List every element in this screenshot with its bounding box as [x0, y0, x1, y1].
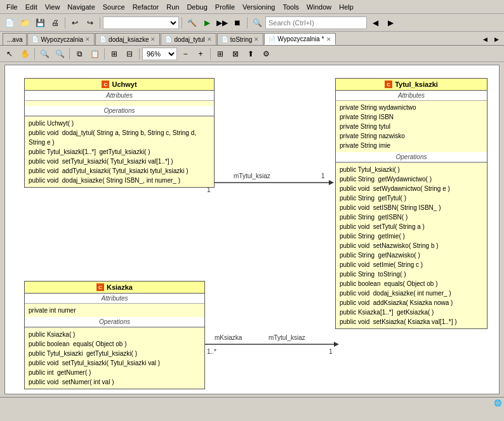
zoom-plus[interactable]: +	[194, 47, 208, 61]
menu-navigate[interactable]: Navigate	[63, 3, 98, 11]
sep3	[182, 17, 182, 29]
file-dropdown[interactable]	[103, 16, 179, 29]
menu-refactor[interactable]: Refactor	[129, 3, 163, 11]
tytul-op-12: public boolean equals( Object ob )	[340, 279, 483, 288]
sep1	[65, 17, 65, 29]
zoom-select[interactable]: 96%	[142, 48, 177, 60]
menu-tools[interactable]: Tools	[279, 3, 303, 11]
ksiazka-icon: C	[96, 283, 104, 291]
grid-btn[interactable]: ⊞	[107, 47, 121, 61]
export-btn[interactable]: ⬆	[244, 47, 258, 61]
open-button[interactable]: 📁	[18, 16, 32, 30]
tytul-header: C Tytul_ksiazki	[336, 79, 487, 91]
ksiazka-operations-label: Operations	[25, 317, 204, 327]
ksiazka-attributes-body: private int numer	[25, 304, 204, 317]
status-icon: 🌐	[494, 399, 501, 406]
copy-btn[interactable]: ⧉	[72, 47, 86, 61]
paste-btn[interactable]: 📋	[88, 47, 102, 61]
tab-tostring-label: toString	[230, 36, 252, 43]
debug-run-button[interactable]: ▶▶	[215, 16, 229, 30]
stop-button[interactable]: ⏹	[230, 16, 244, 30]
menu-edit[interactable]: Edit	[22, 3, 41, 11]
sep9	[210, 48, 211, 60]
ksiazka-op-2: public Tytul_ksiazki getTytul_ksiazki( )	[29, 349, 201, 358]
align-btn[interactable]: ⊟	[123, 47, 136, 61]
menu-help[interactable]: Help	[335, 3, 357, 11]
tab-icon-4: 📄	[222, 36, 229, 42]
menu-debug[interactable]: Debug	[183, 3, 211, 11]
sep4	[247, 17, 248, 29]
tytul-op-10: public void setImie( String c )	[340, 260, 483, 269]
tab-wypozyczalnia-active[interactable]: 📄 Wypozyczalnia * ✕	[264, 33, 335, 45]
print-button[interactable]: 🖨	[48, 16, 62, 30]
uchwyt-op-0: public Uchwyt( )	[29, 119, 210, 128]
tab-dodaj-ksiazke-label: dodaj_ksiazke	[109, 36, 149, 43]
tytul-attr-2: private String tytul	[340, 122, 483, 131]
tab-close-1[interactable]: ✕	[85, 36, 90, 42]
save-button[interactable]: 💾	[33, 16, 47, 30]
menu-bar: File Edit View Navigate Source Refactor …	[0, 0, 504, 14]
tytul-op-6: public void setTytul( String a )	[340, 222, 483, 231]
new-button[interactable]: 📄	[3, 16, 17, 30]
uchwyt-name: Uchwyt	[112, 81, 136, 88]
undo-button[interactable]: ↩	[68, 16, 82, 30]
diagram-toolbar: ↖ ✋ 🔍 🔍 ⧉ 📋 ⊞ ⊟ 96% − + ⊞ ⊠ ⬆ ⚙	[0, 46, 504, 62]
hand-tool[interactable]: ✋	[18, 47, 32, 61]
tab-ava[interactable]: ...ava	[3, 33, 27, 45]
ksiazka-name: Ksiazka	[107, 283, 133, 291]
ksiazka-op-4: public int getNumer( )	[29, 368, 201, 377]
uchwyt-icon: C	[102, 81, 109, 88]
fit-btn[interactable]: ⊠	[229, 47, 242, 61]
menu-window[interactable]: Window	[303, 3, 335, 11]
nav-right[interactable]: ▶	[383, 16, 397, 30]
select-tool[interactable]: ↖	[3, 47, 17, 61]
uchwyt-op-1: public void dodaj_tytul( String a, Strin…	[29, 128, 210, 147]
menu-source[interactable]: Source	[99, 3, 129, 11]
tytul-op-9: public String getNazwisko( )	[340, 250, 483, 260]
svg-text:1: 1	[329, 348, 333, 355]
nav-left[interactable]: ◀	[368, 16, 382, 30]
menu-run[interactable]: Run	[162, 3, 183, 11]
properties-btn[interactable]: ⚙	[259, 47, 273, 61]
tab-scroll-right[interactable]: ▶	[491, 34, 501, 45]
build-button[interactable]: 🔨	[185, 16, 199, 30]
run-button[interactable]: ▶	[200, 16, 214, 30]
svg-marker-6	[334, 342, 339, 347]
tab-wypozyczalnia[interactable]: 📄 Wypozyczalnia ✕	[27, 33, 95, 45]
tab-close-3[interactable]: ✕	[207, 36, 212, 42]
tab-ava-label: ...ava	[7, 36, 22, 43]
tab-icon-2: 📄	[100, 36, 107, 42]
zoom-in-btn[interactable]: 🔍	[37, 47, 51, 61]
menu-view[interactable]: View	[41, 3, 64, 11]
tab-close-4[interactable]: ✕	[254, 36, 259, 42]
tytul-op-14: public void addKsiazka( Ksiazka nowa )	[340, 298, 483, 308]
menu-versioning[interactable]: Versioning	[239, 3, 279, 11]
tab-close-2[interactable]: ✕	[150, 36, 156, 42]
tytul-operations-body: public Tytul_ksiazki( ) public String ge…	[336, 162, 487, 328]
uchwyt-attributes-body	[25, 101, 214, 106]
menu-file[interactable]: File	[3, 3, 22, 11]
tab-close-5[interactable]: ✕	[326, 36, 331, 42]
search-input[interactable]	[265, 16, 367, 29]
sep6	[69, 48, 70, 60]
svg-text:1..*: 1..*	[207, 348, 216, 355]
tytul-attr-0: private String wydawnictwo	[340, 103, 483, 112]
tytul-op-4: public void setISBN( String ISBN_ )	[340, 203, 483, 212]
ksiazka-attr-0: private int numer	[29, 306, 201, 315]
tab-scroll-left[interactable]: ◀	[480, 34, 490, 45]
tab-tostring[interactable]: 📄 toString ✕	[217, 33, 263, 45]
tytul-icon: C	[385, 81, 392, 88]
tab-dodaj-tytul[interactable]: 📄 dodaj_tytul ✕	[161, 33, 216, 45]
layout-btn[interactable]: ⊞	[213, 47, 227, 61]
tab-dodaj-ksiazke[interactable]: 📄 dodaj_ksiazke ✕	[95, 33, 160, 45]
zoom-out-btn[interactable]: 🔍	[53, 47, 67, 61]
menu-profile[interactable]: Profile	[211, 3, 239, 11]
zoom-minus[interactable]: −	[178, 47, 192, 61]
search-icon-btn[interactable]: 🔍	[250, 16, 264, 30]
tytul-attr-4: private String imie	[340, 141, 483, 150]
tytul-op-13: public void dodaj_ksiazke( int numer_ )	[340, 288, 483, 298]
tytul-op-1: public String getWydawnictwo( )	[340, 174, 483, 184]
sep7	[104, 48, 105, 60]
sep5	[34, 48, 35, 60]
redo-button[interactable]: ↪	[83, 16, 97, 30]
